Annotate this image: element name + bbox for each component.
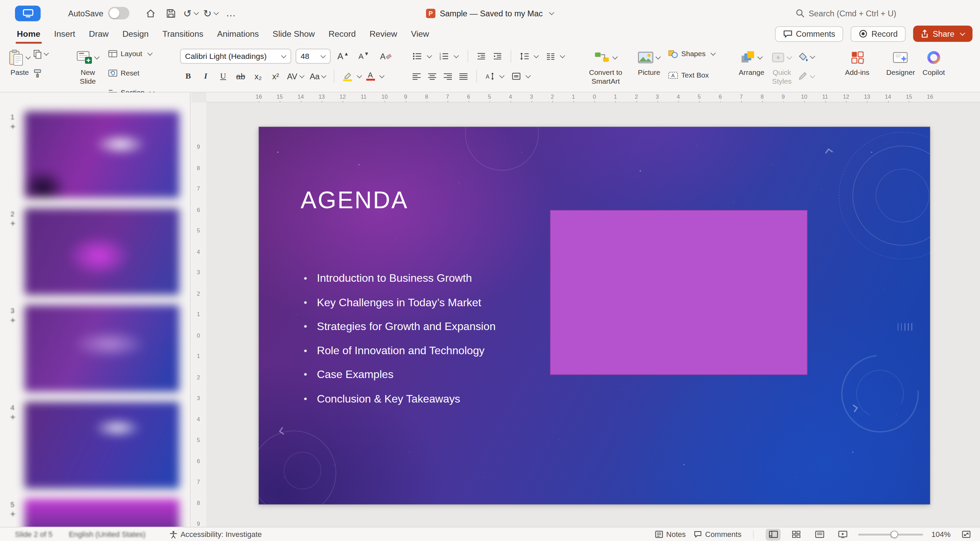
slide-thumbnail[interactable]: 4	[6, 402, 185, 488]
record-button[interactable]: Record	[851, 26, 905, 41]
columns-button[interactable]	[544, 49, 568, 64]
comments-toggle-button[interactable]: Comments	[694, 530, 741, 539]
bullet-item[interactable]: Introduction to Business Growth	[317, 272, 495, 285]
underline-button[interactable]: U	[215, 69, 231, 84]
align-text-button[interactable]	[509, 69, 533, 84]
line-spacing-button[interactable]	[517, 49, 541, 64]
share-button[interactable]: Share	[913, 25, 972, 42]
format-painter-button[interactable]	[33, 66, 49, 81]
shapes-button[interactable]: Shapes	[666, 46, 718, 61]
layout-button[interactable]: Layout	[105, 46, 157, 61]
bullet-item[interactable]: Key Challenges in Today’s Market	[317, 296, 495, 309]
picture-button[interactable]: Picture	[635, 46, 663, 83]
text-box-button[interactable]: A Text Box	[666, 67, 718, 82]
ruler-number: 16	[256, 94, 262, 100]
ribbon-tab[interactable]: Draw	[82, 29, 115, 43]
home-nav-button[interactable]	[142, 5, 159, 21]
italic-button[interactable]: I	[197, 69, 214, 84]
increase-font-size-button[interactable]: A▲	[335, 49, 351, 64]
fit-slide-to-window-button[interactable]	[959, 528, 974, 540]
strikethrough-button[interactable]: ab	[232, 69, 249, 84]
convert-to-smartart-button[interactable]: Convert to SmartArt	[580, 46, 631, 87]
font-color-button[interactable]: A	[363, 69, 384, 84]
font-size-combo[interactable]: 48	[296, 49, 331, 64]
decrease-font-size-button[interactable]: A▼	[356, 49, 372, 64]
bold-button[interactable]: B	[180, 69, 196, 84]
ribbon-tab[interactable]: Review	[363, 29, 404, 43]
align-right-icon	[444, 73, 452, 80]
ribbon-tab[interactable]: Record	[321, 29, 363, 43]
superscript-button[interactable]: x²	[267, 69, 284, 84]
accessibility-checker[interactable]: Accessibility: Investigate	[169, 530, 262, 539]
ribbon-tab[interactable]: Transitions	[156, 29, 210, 43]
slide-sorter-view-button[interactable]	[789, 528, 804, 540]
zoom-percentage[interactable]: 104%	[931, 530, 950, 539]
comments-button[interactable]: Comments	[775, 26, 843, 41]
slide-thumbnail[interactable]: 2	[6, 208, 185, 295]
ribbon-tab[interactable]: Animations	[210, 29, 266, 43]
font-name-combo[interactable]: Calibri Light (Headings)	[180, 49, 291, 64]
slide-body-textbox[interactable]: Introduction to Business GrowthKey Chall…	[317, 272, 495, 417]
zoom-slider[interactable]	[858, 533, 923, 536]
justify-button[interactable]	[457, 69, 470, 84]
new-slide-button[interactable]: New Slide	[74, 46, 102, 100]
language-indicator[interactable]: English (United States)	[69, 530, 145, 539]
search-box[interactable]: Search (Cmd + Ctrl + U)	[795, 8, 896, 18]
zoom-slider-knob[interactable]	[891, 530, 898, 538]
slideshow-view-button[interactable]	[835, 528, 850, 540]
addins-button[interactable]: Add-ins	[843, 46, 872, 79]
app-icon-button[interactable]	[15, 5, 40, 21]
reading-view-button[interactable]	[812, 528, 827, 540]
subscript-button[interactable]: x₂	[250, 69, 266, 84]
highlight-color-button[interactable]	[339, 69, 362, 84]
autosave-toggle[interactable]	[108, 7, 129, 19]
content-placeholder-rectangle[interactable]	[550, 210, 808, 375]
undo-button[interactable]: ↺	[182, 5, 199, 21]
bullet-item[interactable]: Conclusion & Key Takeaways	[317, 392, 495, 406]
slide-thumbnail[interactable]: 1	[6, 111, 185, 198]
clear-formatting-button[interactable]: A	[376, 49, 395, 64]
bullet-item[interactable]: Case Examples	[317, 369, 495, 382]
ribbon-tab[interactable]: Insert	[47, 29, 82, 43]
bullet-item[interactable]: Role of Innovation and Technology	[317, 344, 495, 358]
change-case-button[interactable]: Aa	[308, 69, 329, 84]
bullets-button[interactable]	[410, 49, 434, 64]
save-button[interactable]	[162, 5, 179, 21]
align-center-button[interactable]	[426, 69, 439, 84]
ruler-number: 16	[927, 94, 933, 100]
align-right-button[interactable]	[441, 69, 455, 84]
text-box-icon: A	[668, 71, 678, 79]
document-title[interactable]: P Sample — Saved to my Mac	[426, 8, 554, 18]
text-direction-button[interactable]: A	[483, 69, 507, 84]
slide-thumbnail[interactable]: 3	[6, 305, 185, 391]
bullet-item[interactable]: Strategies for Growth and Expansion	[317, 320, 495, 333]
slide-thumbnail[interactable]: 5	[6, 499, 185, 527]
slide-title-textbox[interactable]: AGENDA	[301, 187, 408, 214]
ruler-number: 7	[197, 186, 200, 192]
slide-editing-surface[interactable]: AGENDA Introduction to Business GrowthKe…	[259, 127, 930, 504]
paste-button[interactable]: Paste	[6, 46, 33, 81]
ribbon-tab[interactable]: View	[404, 29, 436, 43]
arrange-button[interactable]: Arrange	[737, 46, 767, 87]
ribbon-tab[interactable]: Slide Show	[266, 29, 321, 43]
copilot-button[interactable]: Copilot	[920, 46, 947, 79]
decrease-indent-button[interactable]	[474, 49, 488, 64]
quick-styles-button[interactable]: Quick Styles	[767, 46, 797, 87]
more-commands-button[interactable]: …	[222, 5, 240, 21]
reset-button[interactable]: Reset	[105, 66, 157, 81]
ribbon-tab[interactable]: Home	[10, 29, 47, 43]
shape-fill-button[interactable]	[798, 49, 815, 64]
increase-indent-button[interactable]	[491, 49, 504, 64]
notes-toggle-button[interactable]: Notes	[655, 530, 686, 539]
ruler-number: 1	[572, 94, 575, 100]
designer-button[interactable]: Designer	[884, 46, 917, 79]
copy-button[interactable]	[33, 46, 49, 61]
align-left-button[interactable]	[410, 69, 423, 84]
normal-view-button[interactable]	[766, 528, 781, 540]
ribbon-tab[interactable]: Design	[115, 29, 156, 43]
ruler-number: 2	[197, 290, 200, 296]
shape-outline-button[interactable]	[798, 69, 815, 84]
numbering-button[interactable]: 123	[437, 49, 461, 64]
redo-button[interactable]: ↻	[202, 5, 220, 21]
character-spacing-button[interactable]: AV	[285, 69, 306, 84]
